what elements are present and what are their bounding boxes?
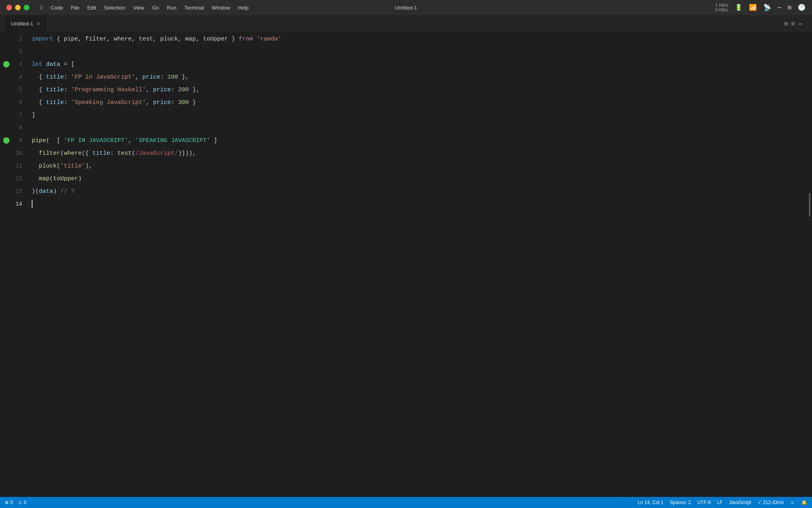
line-3: 3 bbox=[0, 58, 29, 71]
warning-icon: ⚠ bbox=[18, 500, 22, 505]
maximize-button[interactable] bbox=[24, 5, 29, 10]
line-14: 14 bbox=[0, 198, 29, 210]
status-spaces[interactable]: Spaces: 2 bbox=[670, 500, 691, 505]
status-notification-icon[interactable]: 🔔 bbox=[801, 500, 807, 505]
code-line-3: let data = [ bbox=[32, 58, 807, 71]
titlebar-left:  Code File Edit Selection View Go Run T… bbox=[6, 4, 249, 11]
wifi-icon: 📶 bbox=[749, 4, 757, 12]
status-encoding[interactable]: UTF-8 bbox=[697, 500, 711, 505]
network-status: 1 KB/s 0 KB/s bbox=[715, 3, 728, 12]
menu-go[interactable]: Go bbox=[152, 5, 159, 11]
code-line-10: filter ( where ({ title : test ( /JavaSc… bbox=[32, 147, 807, 160]
error-count: 0 bbox=[10, 500, 13, 505]
status-language[interactable]: JavaScript bbox=[729, 500, 751, 505]
more-icon[interactable]: ⋯ bbox=[778, 4, 781, 12]
line-2: 2 bbox=[0, 45, 29, 58]
line-9: 9 bbox=[0, 134, 29, 147]
error-icon: ⊗ bbox=[5, 500, 9, 505]
code-line-9: pipe ( [ 'FP IN JAVASCRIPT' , 'SPEAKING … bbox=[32, 134, 807, 147]
code-line-14 bbox=[32, 198, 807, 210]
airdrop-icon: 📡 bbox=[763, 4, 771, 12]
code-line-6: { title : 'Speaking JavaScript' , price … bbox=[32, 96, 807, 109]
tab-untitled[interactable]: Untitled-1 ✕ bbox=[5, 15, 47, 33]
menu-view[interactable]: View bbox=[133, 5, 144, 11]
scrollbar-thumb[interactable] bbox=[809, 193, 810, 217]
status-position[interactable]: Ln 14, Col 1 bbox=[638, 500, 664, 505]
code-line-7: ] bbox=[32, 109, 807, 121]
line-1: 1 bbox=[0, 33, 29, 45]
breakpoint-9[interactable] bbox=[3, 137, 10, 144]
code-line-8 bbox=[32, 121, 807, 134]
tab-label: Untitled-1 bbox=[11, 21, 33, 27]
line-13: 13 bbox=[0, 185, 29, 198]
controlcenter-icon[interactable]: ⊞ bbox=[787, 4, 791, 12]
menu-edit[interactable]: Edit bbox=[87, 5, 96, 11]
tab-close-icon[interactable]: ✕ bbox=[36, 21, 40, 27]
statusbar-right: Ln 14, Col 1 Spaces: 2 UTF-8 LF JavaScri… bbox=[638, 500, 807, 505]
titlebar-right: 1 KB/s 0 KB/s 🔋 📶 📡 ⋯ ⊞ 🕐 bbox=[715, 3, 806, 12]
line-4: 4 bbox=[0, 71, 29, 83]
line-numbers-gutter: 1 2 3 4 5 6 7 8 9 10 11 12 13 14 bbox=[0, 33, 29, 497]
minimize-button[interactable] bbox=[15, 5, 21, 10]
code-line-12: map ( toUpper ) bbox=[32, 172, 807, 185]
code-line-5: { title : 'Programming Haskell' , price … bbox=[32, 83, 807, 96]
menu-bar:  Code File Edit Selection View Go Run T… bbox=[40, 4, 249, 11]
editor: 1 2 3 4 5 6 7 8 9 10 11 12 13 14 import … bbox=[0, 33, 812, 497]
menu-selection[interactable]: Selection bbox=[104, 5, 125, 11]
line-7: 7 bbox=[0, 109, 29, 121]
line-12: 12 bbox=[0, 172, 29, 185]
split-editor-icon[interactable]: ⊞ bbox=[784, 20, 788, 28]
dirty-indicator bbox=[791, 22, 795, 26]
menu-window[interactable]: Window bbox=[212, 5, 230, 11]
battery-icon: 🔋 bbox=[735, 4, 743, 12]
code-line-2 bbox=[32, 45, 807, 58]
breakpoint-3[interactable] bbox=[3, 61, 10, 67]
apple-menu[interactable]:  bbox=[40, 4, 43, 11]
line-5: 5 bbox=[0, 83, 29, 96]
statusbar: ⊗ 0 ⚠ 0 Ln 14, Col 1 Spaces: 2 UTF-8 LF … bbox=[0, 497, 812, 508]
line-8: 8 bbox=[0, 121, 29, 134]
status-eol[interactable]: LF bbox=[717, 500, 723, 505]
status-errors[interactable]: ⊗ 0 ⚠ 0 bbox=[5, 500, 26, 505]
window-title: Untitled-1 bbox=[395, 5, 417, 11]
line-10: 10 bbox=[0, 147, 29, 160]
token-import: import bbox=[32, 36, 53, 42]
code-line-1: import { pipe, filter, where, test, pluc… bbox=[32, 33, 807, 45]
menu-help[interactable]: Help bbox=[238, 5, 249, 11]
titlebar:  Code File Edit Selection View Go Run T… bbox=[0, 0, 812, 15]
menu-code[interactable]: Code bbox=[51, 5, 63, 11]
status-timing: ✓ 212.43ms bbox=[758, 500, 784, 505]
line-6: 6 bbox=[0, 96, 29, 109]
close-button[interactable] bbox=[6, 5, 12, 10]
tab-actions: ⊞ ⋯ bbox=[784, 19, 807, 28]
line-11: 11 bbox=[0, 160, 29, 172]
scrollbar[interactable] bbox=[807, 33, 812, 497]
tabbar: Untitled-1 ✕ ⊞ ⋯ bbox=[0, 15, 812, 33]
code-line-11: pluck ( 'title' ), bbox=[32, 160, 807, 172]
code-editor[interactable]: import { pipe, filter, where, test, pluc… bbox=[29, 33, 807, 497]
warning-count: 0 bbox=[24, 500, 27, 505]
cursor bbox=[32, 200, 33, 208]
menu-terminal[interactable]: Terminal bbox=[184, 5, 204, 11]
more-actions-icon[interactable]: ⋯ bbox=[798, 19, 802, 28]
clock-icon: 🕐 bbox=[798, 4, 806, 12]
code-line-4: { title : 'FP in JavaScript' , price : 1… bbox=[32, 71, 807, 83]
status-feedback-icon[interactable]: ☺ bbox=[790, 500, 795, 505]
code-line-13: )( data ) // ? bbox=[32, 185, 807, 198]
menu-run[interactable]: Run bbox=[167, 5, 176, 11]
menu-file[interactable]: File bbox=[71, 5, 79, 11]
